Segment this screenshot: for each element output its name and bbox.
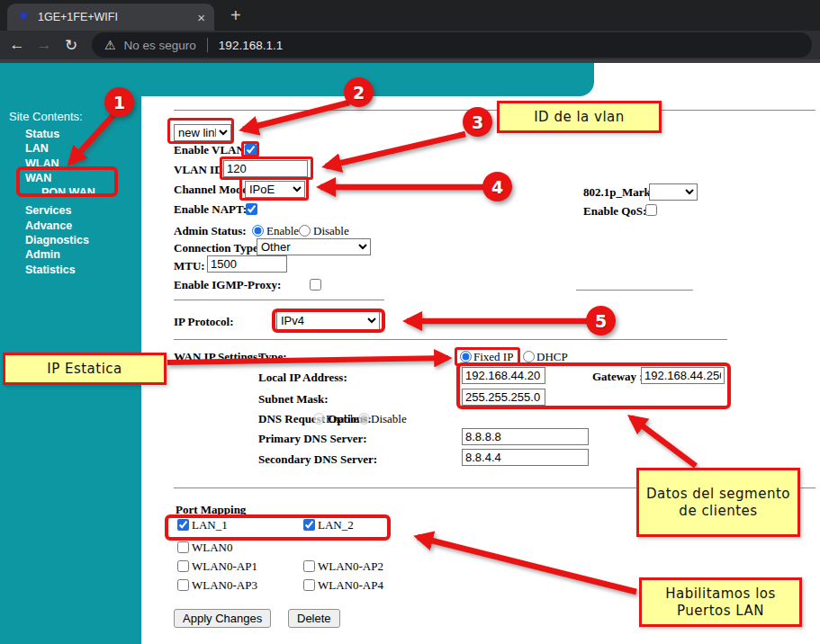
arrow-step3 [326,134,465,166]
connection-type-label: Connection Type: [174,242,262,255]
browser-window: 1GE+1FE+WIFI × + ← → ↻ ⚠ No es seguro 19… [0,0,820,644]
secondary-dns-label: Secondary DNS Server: [258,453,377,466]
port-lan2-label: LAN_2 [318,519,354,532]
enable-vlan-label: Enable VLAN: [174,144,248,157]
step-circle-5: 5 [586,306,616,335]
subnet-mask-label: Subnet Mask: [258,393,329,406]
browser-tab[interactable]: 1GE+1FE+WIFI × [7,4,214,31]
address-separator [207,38,208,52]
arrow-lan-ports [418,537,636,592]
enable-napt-checkbox[interactable] [246,203,257,215]
port-wlan0-ap3-label: WLAN0-AP3 [192,579,257,592]
subnet-mask-input[interactable] [462,389,545,406]
primary-dns-input[interactable] [462,428,589,445]
callout-lan-ports: Habilitamos los Puertos LAN [639,577,802,627]
not-secure-warning-icon: ⚠ [104,38,116,52]
admin-disable-radio[interactable] [299,225,311,237]
dns-disable-radio[interactable] [358,413,370,425]
enable-vlan-checkbox[interactable] [245,144,257,156]
port-wlan0-checkbox[interactable] [177,541,189,553]
fixed-ip-radio[interactable] [460,351,472,362]
sidebar-item-pon-wan[interactable]: PON WAN [25,185,95,200]
vlan-id-input[interactable] [223,160,308,177]
dns-enable-radio[interactable] [313,413,325,425]
connection-type-select[interactable]: Other [257,238,371,255]
mtu-label: MTU: [174,260,205,273]
sidebar-item-admin[interactable]: Admin [25,247,95,262]
port-wlan0-ap4-label: WLAN0-AP4 [318,579,383,592]
arrow-segment [631,417,696,466]
ip-protocol-select[interactable]: IPv4 [276,311,380,330]
vlan-id-label: VLAN ID: [174,164,227,176]
admin-enable-radio[interactable] [252,225,264,237]
port-wlan0-ap4-checkbox[interactable] [303,579,315,591]
port-wlan0-ap2-label: WLAN0-AP2 [318,560,383,573]
port-lan2-checkbox[interactable] [303,519,315,531]
sidebar-item-lan[interactable]: LAN [25,141,95,156]
fixed-ip-option: Fixed IP [473,351,513,363]
gateway-label: Gateway : [592,371,644,383]
delete-button[interactable]: Delete [288,609,340,628]
forward-icon[interactable]: → [31,36,58,54]
admin-status-label: Admin Status: [174,225,247,237]
channel-mode-select[interactable]: IPoE [245,181,305,198]
step-circle-3: 3 [463,107,492,137]
sidebar-item-wlan[interactable]: WLAN [25,157,95,171]
port-wlan0-ap3-checkbox[interactable] [177,579,189,591]
new-tab-button[interactable]: + [230,4,241,26]
wan-ip-settings-label: WAN IP Settings: [174,351,262,363]
step-circle-4: 4 [482,172,512,201]
port-wlan0-ap1-label: WLAN0-AP1 [192,560,257,573]
tab-favicon-icon [16,10,31,24]
8021p-mark-select[interactable] [649,183,698,201]
port-lan1-label: LAN_1 [192,519,228,532]
arrow-step2 [243,103,349,130]
address-bar[interactable]: ⚠ No es seguro 192.168.1.1 [92,32,812,58]
url-text: 192.168.1.1 [219,39,283,52]
divider [174,110,815,111]
channel-mode-label: Channel Mode [174,183,248,196]
mtu-input[interactable] [207,255,287,273]
igmp-proxy-label: Enable IGMP-Proxy: [174,279,281,291]
sidebar-item-statistics[interactable]: Statistics [25,263,95,277]
callout-vlan-id: ID de la vlan [497,101,662,133]
sidebar-item-services[interactable]: Services [25,203,95,218]
step-circle-2: 2 [344,77,374,107]
port-wlan0-label: WLAN0 [192,541,233,554]
router-config-page: Site Contents: Status LAN WLAN WAN PON W… [0,63,820,644]
secondary-dns-input[interactable] [462,449,589,466]
port-lan1-checkbox[interactable] [177,519,189,531]
tab-title: 1GE+1FE+WIFI [38,11,190,23]
reload-icon[interactable]: ↻ [58,36,85,55]
enable-napt-label: Enable NAPT: [174,203,247,216]
gateway-input[interactable] [641,367,725,384]
sidebar-item-diagnostics[interactable]: Diagnostics [25,233,95,247]
local-ip-label: Local IP Address: [258,371,347,384]
tab-close-icon[interactable]: × [197,11,205,24]
back-icon[interactable]: ← [4,36,31,54]
port-wlan0-ap2-checkbox[interactable] [303,560,315,572]
admin-enable-option: Enable [266,225,299,237]
dhcp-radio[interactable] [523,351,535,362]
sidebar-item-wan[interactable]: WAN [25,171,95,185]
security-status-text: No es seguro [124,39,196,52]
dns-enable-option: Enable [326,413,358,425]
divider [174,339,727,340]
type-label: Type: [258,351,287,363]
top-banner [0,63,594,96]
igmp-proxy-checkbox[interactable] [310,279,321,291]
port-wlan0-ap1-checkbox[interactable] [177,560,189,572]
sidebar-item-advance[interactable]: Advance [25,219,95,233]
local-ip-input[interactable] [462,367,545,384]
enable-qos-label: Enable QoS: [583,205,646,218]
sidebar-item-status[interactable]: Status [25,127,95,141]
admin-disable-option: Disable [313,225,349,237]
link-select[interactable]: new link [174,124,231,141]
8021p-mark-label: 802.1p_Mark [583,186,651,199]
callout-static-ip: IP Estatica [3,353,167,385]
browser-toolbar: ← → ↻ ⚠ No es seguro 192.168.1.1 [0,31,820,59]
callout-client-segment: Datos del segmento de clientes [636,468,800,537]
enable-qos-checkbox[interactable] [645,204,657,216]
apply-changes-button[interactable]: Apply Changes [174,609,271,628]
sidebar-title: Site Contents: [9,110,83,123]
